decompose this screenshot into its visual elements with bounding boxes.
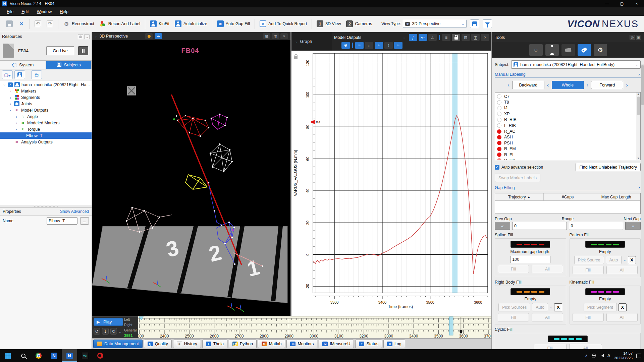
- close-button[interactable]: ×: [629, 0, 644, 7]
- scene-3d[interactable]: 3 2 1 FB04: [92, 32, 290, 316]
- tree-item-analysis[interactable]: ≈Analysis Outputs: [0, 139, 92, 145]
- close-icon[interactable]: ×: [280, 33, 288, 39]
- pattern-auto-button[interactable]: Auto: [606, 256, 622, 264]
- split-horizontal-icon[interactable]: ⊟: [462, 34, 470, 41]
- toolbar-save-button[interactable]: [3, 18, 15, 29]
- pick-sources-button[interactable]: Pick Sources: [498, 303, 530, 311]
- step-backward-icon[interactable]: ‹: [547, 82, 549, 88]
- menu-help[interactable]: Help: [56, 8, 72, 15]
- spline-fill-button[interactable]: Fill: [498, 265, 529, 273]
- network-icon[interactable]: [592, 354, 596, 358]
- checkbox[interactable]: ✓: [8, 82, 13, 87]
- camera-mode-icon[interactable]: [145, 33, 153, 39]
- tab-imeasureu[interactable]: IMIMeasureU: [319, 340, 354, 348]
- components-icon[interactable]: xyz: [419, 34, 427, 41]
- marker-row-r-us[interactable]: R_US: [497, 158, 640, 160]
- wave-z-icon[interactable]: ≈: [394, 42, 402, 49]
- scrollbar[interactable]: ▲▼: [636, 93, 640, 160]
- pick-source-button[interactable]: Pick Source: [574, 256, 604, 264]
- rigid-all-button[interactable]: All: [532, 313, 563, 321]
- label-icon[interactable]: [578, 44, 591, 56]
- pin-icon[interactable]: ◎: [78, 34, 83, 39]
- graph-plot[interactable]: VARUS_VALGUS (N.mm) Time (frames) -20020…: [291, 51, 491, 315]
- start-button[interactable]: [0, 349, 15, 362]
- tab-history[interactable]: ≡History: [173, 340, 201, 348]
- kinematic-all-button[interactable]: All: [606, 313, 638, 321]
- pattern-clear-button[interactable]: X: [628, 256, 636, 264]
- chevron-down-icon[interactable]: ⌄: [95, 35, 97, 38]
- fit-curve-icon[interactable]: ƒ: [409, 34, 417, 41]
- name-more-button[interactable]: ...: [80, 217, 89, 225]
- marker-row-r-el[interactable]: R_EL: [497, 152, 640, 158]
- toolbar-auto-gap-fill-button[interactable]: ≈Auto Gap Fill: [214, 18, 253, 29]
- add-subject-button[interactable]: [14, 70, 25, 79]
- nexus-app-button-active[interactable]: N: [62, 349, 77, 362]
- forward-loop-button[interactable]: ↻: [110, 328, 117, 335]
- gap-table[interactable]: Trajectory▲ #Gaps Max Gap Length: [495, 193, 641, 214]
- unlabeled-marker-box-icon[interactable]: [127, 86, 136, 95]
- menu-edit[interactable]: Edit: [17, 8, 33, 15]
- gap-filling-header[interactable]: Gap Filling∧: [495, 184, 641, 191]
- step-backward-icon[interactable]: ‹: [507, 82, 509, 88]
- tree-item-modeled[interactable]: ›≈Modeled Markers: [0, 120, 92, 126]
- marker-row-ij[interactable]: IJ: [497, 105, 640, 111]
- show-advanced-link[interactable]: Show Advanced: [60, 209, 89, 214]
- pattern-fill-button[interactable]: Fill: [573, 266, 604, 274]
- max-gap-field[interactable]: 100: [510, 256, 550, 263]
- toolbar-cameras-button[interactable]: 2Cameras: [343, 18, 375, 29]
- pipeline-icon[interactable]: ⚙: [594, 44, 607, 56]
- alarm-icon[interactable]: ⊕: [341, 42, 350, 49]
- angle-icon[interactable]: ∠: [428, 34, 437, 41]
- tree-item-torque[interactable]: ›≈Torque: [0, 126, 92, 132]
- rigid-fill-button[interactable]: Fill: [498, 313, 529, 321]
- split-vertical-icon[interactable]: ◫: [471, 34, 480, 41]
- ime-indicator[interactable]: A: [607, 353, 610, 358]
- range-field[interactable]: 0: [569, 222, 624, 230]
- step-forward-icon[interactable]: ›: [626, 82, 628, 88]
- auto-advance-checkbox[interactable]: ✓: [495, 165, 499, 170]
- column-header[interactable]: Trajectory: [508, 195, 526, 199]
- volume-icon[interactable]: [600, 354, 604, 357]
- new-subject-button[interactable]: ▢₊: [2, 70, 13, 79]
- marker-row-r-em[interactable]: R_EM: [497, 146, 640, 152]
- minimize-button[interactable]: —: [600, 0, 614, 7]
- marker-row-r-rib[interactable]: R_RIB: [497, 117, 640, 123]
- panel-splitter[interactable]: [0, 205, 92, 207]
- filter-view-button[interactable]: [483, 19, 492, 28]
- tree-item-angle[interactable]: ›≈Angle: [0, 113, 92, 120]
- layout-list-icon[interactable]: ≡: [442, 34, 450, 41]
- collapse-icon[interactable]: ›: [3, 83, 7, 86]
- spline-all-button[interactable]: All: [532, 265, 563, 273]
- scrollbar[interactable]: [641, 64, 644, 349]
- tab-monitors[interactable]: ▭Monitors: [286, 340, 317, 348]
- lock-x-icon[interactable]: ↔: [365, 42, 373, 49]
- column-header[interactable]: Max Gap Length: [592, 193, 640, 200]
- swap-marker-labels-button[interactable]: Swap Marker Labels: [495, 174, 540, 182]
- wave-y-icon[interactable]: ≈: [375, 42, 383, 49]
- chevron-down-icon[interactable]: ⌄: [550, 305, 552, 309]
- float-panel-icon[interactable]: ▣: [636, 35, 641, 40]
- tree-item-model[interactable]: ›≈Model Outputs: [0, 107, 92, 113]
- import-subject-button[interactable]: 🗀: [31, 70, 42, 79]
- next-view-icon[interactable]: ➜: [155, 33, 162, 39]
- loop-mode-button[interactable]: ↧: [102, 328, 109, 335]
- notification-center-icon[interactable]: [636, 354, 641, 358]
- close-icon[interactable]: ×: [481, 34, 489, 41]
- cyclic-all-button[interactable]: All: [569, 344, 602, 349]
- clock[interactable]: 14:57 2022/08/25: [614, 351, 633, 361]
- find-next-unlabeled-button[interactable]: Find Next Unlabeled Trajectory: [576, 163, 641, 171]
- maximize-button[interactable]: ▢: [614, 0, 629, 7]
- tree-item-hama-morichika[interactable]: ›✓hama_morichika (200821Right_Ha...: [0, 81, 92, 88]
- collapse-icon[interactable]: ›: [9, 108, 13, 112]
- expand-icon[interactable]: ›: [9, 89, 12, 93]
- tree-item-elbow-t[interactable]: Elbow_T: [0, 132, 92, 139]
- rigid-clear-button[interactable]: X: [554, 303, 562, 311]
- expand-icon[interactable]: ›: [9, 102, 12, 106]
- tab-python[interactable]: PyPython: [229, 340, 257, 348]
- toolbar-recon-and-label-button[interactable]: Recon And Label: [97, 18, 143, 29]
- marker-row-l-rib[interactable]: L_RIB: [497, 123, 640, 128]
- rewind-loop-button[interactable]: ↺: [94, 328, 100, 335]
- toolbar-autoinitialize-button[interactable]: AutoInitialize: [172, 18, 210, 29]
- manual-labeling-header[interactable]: Manual Labeling∧: [495, 71, 641, 78]
- circle-fit-icon[interactable]: ◌: [529, 44, 543, 56]
